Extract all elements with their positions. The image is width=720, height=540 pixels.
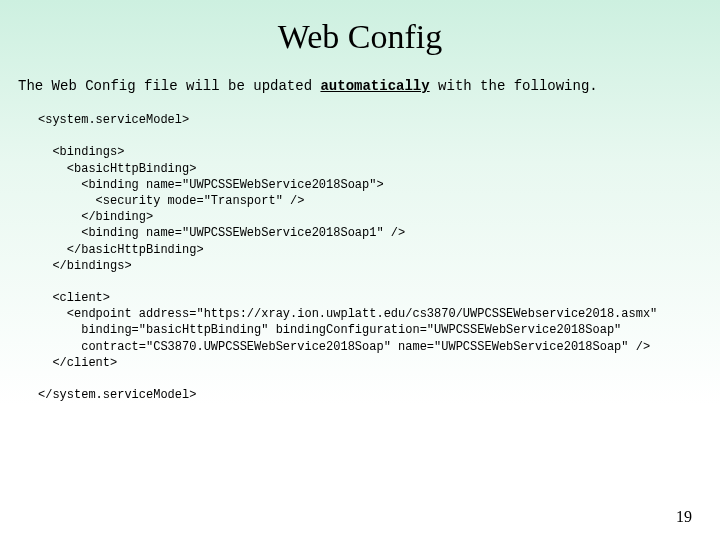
intro-post: with the following. <box>430 78 598 94</box>
code-block: <system.serviceModel> <bindings> <basicH… <box>38 112 700 403</box>
intro-line: The Web Config file will be updated auto… <box>18 78 702 94</box>
slide-title: Web Config <box>0 18 720 56</box>
intro-emph: automatically <box>320 78 429 94</box>
page-number: 19 <box>676 508 692 526</box>
intro-pre: The Web Config file will be updated <box>18 78 320 94</box>
